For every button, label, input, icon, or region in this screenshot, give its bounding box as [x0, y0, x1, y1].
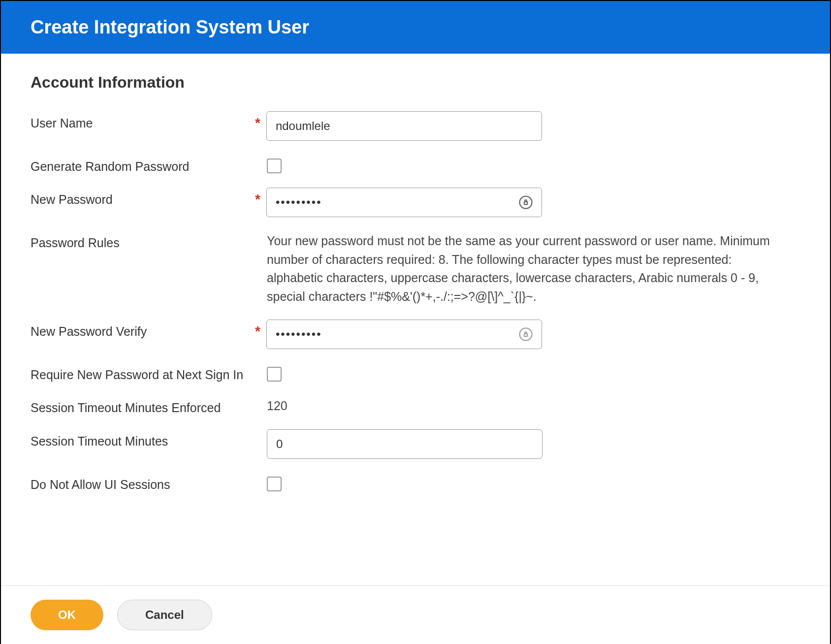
label-new-password-verify: New Password Verify — [31, 320, 267, 339]
label-session-timeout: Session Timeout Minutes — [31, 429, 267, 449]
ok-button[interactable]: OK — [31, 600, 103, 630]
row-session-timeout: Session Timeout Minutes — [31, 429, 800, 459]
content-area: Account Information User Name * Generate… — [1, 54, 830, 515]
require-new-password-checkbox[interactable] — [267, 367, 282, 382]
row-password-rules: Password Rules Your new password must no… — [31, 231, 800, 306]
svg-point-2 — [519, 328, 532, 341]
row-new-password: New Password * — [31, 188, 800, 217]
label-require-new-password: Require New Password at Next Sign In — [31, 363, 267, 382]
required-indicator: * — [255, 320, 260, 338]
page-header: Create Integration System User — [1, 1, 830, 54]
lock-refresh-icon[interactable] — [518, 195, 533, 210]
svg-rect-1 — [524, 202, 527, 205]
footer-buttons: OK Cancel — [1, 585, 830, 644]
new-password-input[interactable] — [266, 188, 542, 217]
label-session-timeout-enforced: Session Timeout Minutes Enforced — [31, 396, 267, 415]
label-new-password: New Password — [31, 188, 267, 207]
row-username: User Name * — [31, 111, 800, 141]
page-title: Create Integration System User — [31, 17, 800, 38]
svg-point-0 — [519, 196, 532, 209]
row-no-ui-sessions: Do Not Allow UI Sessions — [31, 473, 800, 492]
username-input[interactable] — [266, 111, 542, 141]
no-ui-sessions-checkbox[interactable] — [267, 477, 282, 491]
row-session-timeout-enforced: Session Timeout Minutes Enforced 120 — [31, 396, 800, 416]
section-title: Account Information — [31, 73, 800, 92]
new-password-verify-input[interactable] — [266, 320, 542, 349]
label-password-rules: Password Rules — [31, 231, 267, 250]
svg-rect-3 — [524, 334, 527, 337]
required-indicator: * — [255, 111, 260, 130]
row-random-password: Generate Random Password — [31, 155, 800, 174]
label-random-password: Generate Random Password — [31, 155, 267, 174]
label-username: User Name — [31, 111, 267, 130]
cancel-button[interactable]: Cancel — [117, 600, 212, 630]
required-indicator: * — [255, 188, 260, 206]
password-rules-text: Your new password must not be the same a… — [267, 231, 779, 306]
session-timeout-enforced-value: 120 — [267, 396, 288, 416]
row-new-password-verify: New Password Verify * — [31, 320, 800, 349]
label-no-ui-sessions: Do Not Allow UI Sessions — [31, 473, 267, 492]
random-password-checkbox[interactable] — [267, 159, 282, 173]
session-timeout-input[interactable] — [267, 429, 543, 459]
lock-refresh-icon[interactable] — [518, 327, 533, 342]
row-require-new-password: Require New Password at Next Sign In — [31, 363, 800, 382]
